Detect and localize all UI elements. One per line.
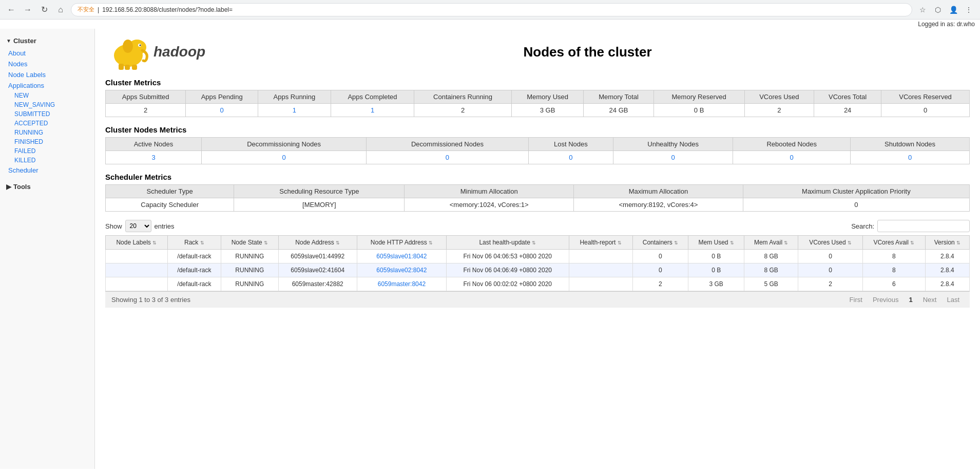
col-header-containers[interactable]: Containers ⇅ [632, 236, 688, 250]
svg-point-3 [140, 45, 141, 46]
table-row: /default-rackRUNNING6059slave02:41604605… [106, 263, 970, 277]
sidebar-item-nodes[interactable]: Nodes [0, 59, 94, 69]
node-http-link[interactable]: 6059slave01:8042 [376, 253, 427, 260]
col-vcores-used: VCores Used [744, 90, 814, 104]
apps-completed-link[interactable]: 1 [371, 106, 374, 114]
shutdown-nodes-link[interactable]: 0 [908, 154, 912, 161]
sidebar-item-new-saving[interactable]: NEW_SAVING [0, 100, 94, 109]
col-header-rack[interactable]: Rack ⇅ [167, 236, 221, 250]
col-header-last-health-update[interactable]: Last health-update ⇅ [446, 236, 569, 250]
table-cell: 8 [862, 263, 925, 277]
refresh-button[interactable]: ↻ [38, 4, 50, 16]
col-header-vcores-used[interactable]: VCores Used ⇅ [798, 236, 863, 250]
col-memory-reserved: Memory Reserved [654, 90, 744, 104]
pagination-first-button[interactable]: First [846, 295, 867, 305]
pagination-page-1-button[interactable]: 1 [905, 295, 916, 305]
cluster-metrics-table: Apps Submitted Apps Pending Apps Running… [105, 90, 970, 117]
pagination-previous-button[interactable]: Previous [869, 295, 903, 305]
sidebar-item-killed[interactable]: KILLED [0, 156, 94, 165]
lost-nodes-link[interactable]: 0 [569, 154, 572, 161]
val-decommissioning-nodes: 0 [201, 151, 366, 164]
sidebar-item-finished[interactable]: FINISHED [0, 137, 94, 146]
table-cell: 8 [862, 250, 925, 263]
url-text: 192.168.56.20:8088/cluster/nodes/?node.l… [102, 6, 233, 13]
search-label: Search: [851, 222, 874, 230]
val-apps-running: 1 [258, 104, 331, 117]
tools-section-header[interactable]: ▶ Tools [0, 180, 94, 194]
val-memory-reserved: 0 B [654, 104, 744, 117]
val-maximum-allocation: <memory:8192, vCores:4> [574, 198, 743, 212]
active-nodes-link[interactable]: 3 [151, 154, 155, 161]
decommissioned-nodes-link[interactable]: 0 [446, 154, 449, 161]
table-cell: RUNNING [221, 277, 278, 291]
sidebar-item-new[interactable]: NEW [0, 91, 94, 100]
col-containers-running: Containers Running [414, 90, 512, 104]
cluster-section-header[interactable]: ▼ Cluster [0, 34, 94, 48]
cluster-metrics-title: Cluster Metrics [105, 78, 970, 87]
pagination-next-button[interactable]: Next [919, 295, 941, 305]
table-cell: 0 [632, 250, 688, 263]
col-apps-pending: Apps Pending [186, 90, 258, 104]
col-maximum-allocation: Maximum Allocation [574, 185, 743, 198]
entries-label: entries [155, 222, 175, 230]
show-label: Show [105, 222, 122, 230]
decommissioning-nodes-link[interactable]: 0 [282, 154, 285, 161]
home-button[interactable]: ⌂ [54, 4, 67, 16]
table-cell: 2.8.4 [925, 263, 969, 277]
forward-button[interactable]: → [22, 4, 34, 16]
browser-actions: ☆ ⬡ 👤 ⋮ [916, 4, 975, 16]
sidebar-item-node-labels[interactable]: Node Labels [0, 69, 94, 80]
sidebar-item-failed[interactable]: FAILED [0, 146, 94, 156]
rebooted-nodes-link[interactable]: 0 [790, 154, 794, 161]
val-containers-running: 2 [414, 104, 512, 117]
pagination-last-button[interactable]: Last [943, 295, 964, 305]
sidebar-item-applications[interactable]: Applications [0, 80, 94, 91]
col-max-cluster-app-priority: Maximum Cluster Application Priority [743, 185, 969, 198]
col-lost-nodes: Lost Nodes [528, 138, 613, 151]
col-header-node-address[interactable]: Node Address ⇅ [278, 236, 357, 250]
table-cell: Fri Nov 06 04:06:49 +0800 2020 [446, 263, 569, 277]
apps-pending-link[interactable]: 0 [220, 106, 224, 114]
table-cell: 2.8.4 [925, 250, 969, 263]
sidebar-item-about[interactable]: About [0, 48, 94, 59]
table-cell [106, 263, 168, 277]
page-title: Nodes of the cluster [205, 44, 970, 60]
back-button[interactable]: ← [5, 4, 17, 16]
menu-button[interactable]: ⋮ [963, 4, 975, 16]
svg-rect-7 [132, 65, 137, 70]
node-http-link[interactable]: 6059master:8042 [378, 280, 426, 288]
tools-label: Tools [13, 183, 31, 191]
extension-button[interactable]: ⬡ [932, 4, 944, 16]
apps-running-link[interactable]: 1 [293, 106, 296, 114]
table-cell: 0 [632, 263, 688, 277]
col-header-node-http-address[interactable]: Node HTTP Address ⇅ [357, 236, 446, 250]
svg-point-4 [123, 40, 133, 53]
pagination-buttons: First Previous 1 Next Last [846, 295, 964, 305]
col-header-mem-avail[interactable]: Mem Avail ⇅ [744, 236, 798, 250]
url-bar[interactable]: 不安全 | 192.168.56.20:8088/cluster/nodes/?… [71, 3, 912, 16]
sidebar-item-running[interactable]: RUNNING [0, 128, 94, 137]
val-apps-completed: 1 [331, 104, 414, 117]
table-cell: 0 B [688, 250, 744, 263]
cluster-nodes-metrics-title: Cluster Nodes Metrics [105, 125, 970, 134]
col-header-health-report[interactable]: Health-report ⇅ [569, 236, 632, 250]
sidebar-item-scheduler[interactable]: Scheduler [0, 165, 94, 176]
entries-select[interactable]: 10 20 50 100 [125, 220, 151, 232]
col-apps-completed: Apps Completed [331, 90, 414, 104]
col-header-node-state[interactable]: Node State ⇅ [221, 236, 278, 250]
nodes-table-header-row: Node Labels ⇅ Rack ⇅ Node State ⇅ Node A… [106, 236, 970, 250]
col-header-version[interactable]: Version ⇅ [925, 236, 969, 250]
sidebar-item-submitted[interactable]: SUBMITTED [0, 109, 94, 119]
col-decommissioning-nodes: Decommissioning Nodes [201, 138, 366, 151]
node-http-link[interactable]: 6059slave02:8042 [376, 267, 427, 274]
col-header-vcores-avail[interactable]: VCores Avail ⇅ [862, 236, 925, 250]
profile-button[interactable]: 👤 [947, 4, 959, 16]
col-header-node-labels[interactable]: Node Labels ⇅ [106, 236, 168, 250]
unhealthy-nodes-link[interactable]: 0 [671, 154, 675, 161]
table-cell: 8 GB [744, 250, 798, 263]
search-input[interactable] [877, 220, 970, 232]
bookmark-star-button[interactable]: ☆ [916, 4, 929, 16]
sidebar-item-accepted[interactable]: ACCEPTED [0, 119, 94, 128]
col-header-mem-used[interactable]: Mem Used ⇅ [688, 236, 744, 250]
val-decommissioned-nodes: 0 [367, 151, 528, 164]
